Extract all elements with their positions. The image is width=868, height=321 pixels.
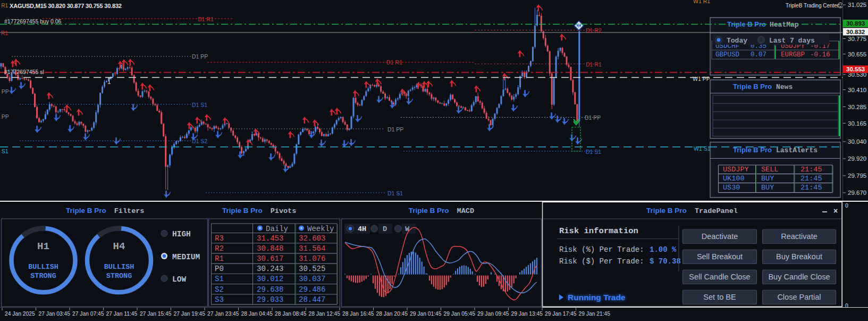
svg-text:30.832: 30.832 bbox=[846, 29, 865, 35]
svg-text:S3: S3 bbox=[215, 295, 224, 304]
svg-text:Risk ($) Per Trade:: Risk ($) Per Trade: bbox=[559, 257, 644, 266]
svg-text:32.603: 32.603 bbox=[299, 234, 325, 243]
svg-text:MEDIUM: MEDIUM bbox=[172, 253, 200, 261]
svg-text:MACD: MACD bbox=[457, 207, 474, 215]
svg-text:30.848: 30.848 bbox=[257, 244, 283, 253]
svg-text:D1 S1: D1 S1 bbox=[192, 102, 207, 108]
svg-text:LOW: LOW bbox=[172, 275, 186, 284]
svg-text:STRONG: STRONG bbox=[30, 272, 56, 280]
svg-text:30.165: 30.165 bbox=[848, 120, 866, 127]
svg-text:Reactivate: Reactivate bbox=[781, 232, 818, 241]
svg-text:1.00 %: 1.00 % bbox=[650, 245, 677, 254]
svg-text:27 Jan 23:45: 27 Jan 23:45 bbox=[207, 311, 239, 317]
svg-text:30.410: 30.410 bbox=[848, 87, 866, 93]
svg-text:29.920: 29.920 bbox=[848, 155, 866, 162]
svg-text:W1 PP: W1 PP bbox=[693, 76, 710, 82]
svg-text:BULLISH: BULLISH bbox=[28, 263, 58, 271]
svg-text:D1 PP: D1 PP bbox=[585, 114, 601, 121]
svg-text:29 Jan 17:45: 29 Jan 17:45 bbox=[545, 311, 577, 317]
svg-text:Sell Candle Close: Sell Candle Close bbox=[689, 273, 750, 281]
svg-text:US30: US30 bbox=[723, 184, 740, 192]
svg-text:R2: R2 bbox=[215, 244, 224, 253]
svg-text:D: D bbox=[383, 225, 387, 233]
svg-text:W1 R1: W1 R1 bbox=[693, 0, 710, 4]
svg-text:31.025: 31.025 bbox=[848, 2, 866, 8]
svg-text:Last 7 days: Last 7 days bbox=[769, 37, 815, 45]
svg-text:SELL: SELL bbox=[761, 166, 778, 174]
svg-text:0: 0 bbox=[845, 202, 848, 209]
svg-text:R3: R3 bbox=[215, 234, 224, 243]
svg-text:BULLISH: BULLISH bbox=[104, 263, 134, 271]
svg-text:EURGBP: EURGBP bbox=[781, 51, 805, 59]
svg-text:30.040: 30.040 bbox=[848, 138, 866, 145]
svg-text:21:45: 21:45 bbox=[800, 175, 822, 183]
svg-text:28 Jan 08:45: 28 Jan 08:45 bbox=[275, 311, 307, 317]
svg-text:29 Jan 21:45: 29 Jan 21:45 bbox=[579, 311, 611, 317]
svg-text:| S1: | S1 bbox=[0, 148, 9, 154]
svg-text:D1 PP: D1 PP bbox=[192, 53, 208, 60]
svg-text:31.453: 31.453 bbox=[257, 234, 283, 243]
svg-text:30.243: 30.243 bbox=[257, 265, 283, 273]
svg-text:H4: H4 bbox=[113, 241, 125, 252]
svg-text:29.033: 29.033 bbox=[257, 295, 283, 304]
svg-text:27 Jan 19:45: 27 Jan 19:45 bbox=[174, 311, 206, 317]
svg-text:W1 S1: W1 S1 bbox=[694, 145, 711, 152]
svg-text:29 Jan 13:45: 29 Jan 13:45 bbox=[511, 311, 543, 317]
svg-text:Buy Breakout: Buy Breakout bbox=[776, 252, 822, 261]
svg-text:29 Jan 09:45: 29 Jan 09:45 bbox=[477, 311, 509, 317]
svg-text:TradePanel: TradePanel bbox=[695, 207, 738, 215]
svg-text:31.076: 31.076 bbox=[299, 254, 325, 263]
svg-text:Weekly: Weekly bbox=[307, 225, 334, 233]
svg-text:28 Jan 20:45: 28 Jan 20:45 bbox=[376, 311, 408, 317]
svg-text:UK100: UK100 bbox=[723, 175, 745, 183]
svg-text:H1: H1 bbox=[37, 241, 49, 252]
svg-text:W: W bbox=[405, 225, 410, 233]
svg-text:×: × bbox=[833, 207, 838, 215]
svg-text:27 Jan 15:45: 27 Jan 15:45 bbox=[140, 311, 172, 317]
svg-text:$ 70.38: $ 70.38 bbox=[650, 257, 681, 266]
svg-text:Sell Breakout: Sell Breakout bbox=[697, 252, 743, 261]
svg-text:30.525: 30.525 bbox=[299, 265, 325, 273]
svg-text:29.486: 29.486 bbox=[299, 285, 325, 294]
svg-text:Deactivate: Deactivate bbox=[702, 232, 738, 241]
svg-text:Triple B Pro: Triple B Pro bbox=[409, 207, 449, 215]
svg-text:0.07: 0.07 bbox=[751, 51, 766, 59]
svg-text:Risk information: Risk information bbox=[559, 226, 638, 236]
svg-text:21:45: 21:45 bbox=[800, 184, 822, 192]
svg-text:D1 R1: D1 R1 bbox=[198, 16, 214, 22]
svg-text:R1: R1 bbox=[215, 254, 224, 263]
svg-text:| R1: | R1 bbox=[0, 30, 8, 36]
svg-text:#1772697455 buy 0.06: #1772697455 buy 0.06 bbox=[4, 18, 62, 24]
svg-text:XAGUSD,M15 30.820 30.877 30.7: XAGUSD,M15 30.820 30.877 30.755 30.832 bbox=[10, 3, 122, 9]
svg-text:| PP: | PP bbox=[0, 113, 9, 120]
svg-text:30.012: 30.012 bbox=[257, 275, 283, 283]
svg-text:GBPUSD: GBPUSD bbox=[715, 51, 739, 59]
svg-text:29 Jan 05:45: 29 Jan 05:45 bbox=[444, 311, 476, 317]
svg-text:30.655: 30.655 bbox=[848, 51, 866, 57]
svg-text:27 Jan 03:45: 27 Jan 03:45 bbox=[39, 311, 71, 317]
svg-text:0: 0 bbox=[845, 302, 848, 309]
svg-text:-0.16: -0.16 bbox=[810, 51, 830, 59]
svg-text:21:45: 21:45 bbox=[800, 166, 822, 174]
svg-text:30.893: 30.893 bbox=[846, 20, 865, 27]
svg-text:TripleB Trading Center: TripleB Trading Center bbox=[786, 3, 839, 9]
svg-text:News: News bbox=[776, 83, 793, 91]
svg-text:LastAlerts: LastAlerts bbox=[776, 146, 818, 154]
svg-text:BUY: BUY bbox=[761, 184, 774, 192]
svg-text:#1772697455 sl: #1772697455 sl bbox=[4, 69, 44, 75]
svg-text:29 Jan 01:45: 29 Jan 01:45 bbox=[410, 311, 442, 317]
svg-text:D1 R1: D1 R1 bbox=[586, 61, 602, 68]
svg-text:D1 R1: D1 R1 bbox=[386, 59, 402, 65]
svg-text:30.617: 30.617 bbox=[257, 254, 283, 263]
svg-text:29.670: 29.670 bbox=[848, 190, 866, 196]
svg-text:P0: P0 bbox=[215, 265, 224, 273]
svg-text:D1 S1: D1 S1 bbox=[387, 190, 403, 196]
svg-text:Buy Candle Close: Buy Candle Close bbox=[768, 273, 830, 281]
svg-text:D1 S2: D1 S2 bbox=[192, 138, 207, 144]
svg-text:28 Jan 16:45: 28 Jan 16:45 bbox=[342, 311, 374, 317]
svg-text:Filters: Filters bbox=[114, 207, 145, 215]
svg-text:Pivots: Pivots bbox=[271, 207, 297, 215]
svg-text:27 Jan 07:45: 27 Jan 07:45 bbox=[72, 311, 104, 317]
svg-text:29.795: 29.795 bbox=[848, 172, 866, 179]
svg-text:30.037: 30.037 bbox=[299, 275, 325, 283]
